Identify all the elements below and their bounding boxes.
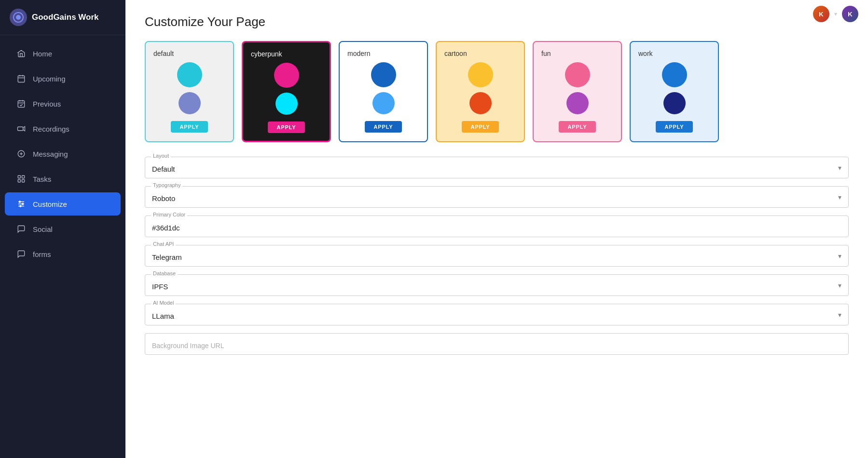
typography-select[interactable]: Roboto Open Sans Lato Montserrat (145, 187, 848, 207)
theme-cards-row: default APPLY cyberpunk APPLY modern APP… (145, 41, 849, 142)
typography-field-group: Typography Roboto Open Sans Lato Montser… (145, 186, 849, 208)
sidebar-nav: Home Upcoming Previous Recordings (0, 35, 125, 458)
layout-field-group: Layout Default Compact Wide ▾ (145, 157, 849, 178)
chat-api-label: Chat API (151, 241, 176, 247)
theme-fun-apply-button[interactable]: APPLY (559, 121, 595, 133)
previous-icon (16, 99, 26, 108)
theme-cartoon-apply-button[interactable]: APPLY (462, 121, 498, 133)
theme-default-apply-button[interactable]: APPLY (171, 121, 207, 133)
sidebar-item-recordings[interactable]: Recordings (5, 117, 121, 140)
svg-point-22 (22, 203, 24, 205)
layout-select[interactable]: Default Compact Wide (145, 157, 848, 178)
sidebar-header: GoodGains Work (0, 0, 125, 35)
svg-point-1 (16, 15, 21, 20)
layout-label: Layout (151, 153, 171, 159)
theme-work-apply-button[interactable]: APPLY (656, 121, 692, 133)
svg-point-23 (20, 205, 21, 207)
theme-modern-circle-primary (371, 62, 396, 87)
database-select[interactable]: IPFS Firebase Supabase MongoDB (145, 275, 848, 296)
chat-api-field-group: Chat API Telegram Discord Slack Matrix ▾ (145, 245, 849, 267)
avatar-primary[interactable]: K (813, 6, 829, 22)
avatar-secondary[interactable]: K (842, 6, 858, 22)
sidebar-item-tasks[interactable]: Tasks (5, 167, 121, 190)
sidebar-item-messaging[interactable]: Messaging (5, 142, 121, 165)
theme-fun-circle-primary (565, 62, 590, 87)
background-url-field-group (145, 333, 849, 355)
theme-fun-circle-secondary (566, 92, 589, 114)
theme-card-work[interactable]: work APPLY (630, 41, 719, 142)
svg-rect-10 (18, 127, 23, 131)
ai-model-select[interactable]: LLama GPT-4 Claude Mistral (145, 304, 848, 325)
header-right: K ▾ K (813, 6, 858, 22)
app-logo (10, 9, 27, 26)
sidebar-item-forms[interactable]: forms (5, 242, 121, 266)
theme-cyberpunk-circles (274, 63, 299, 115)
sidebar-item-tasks-label: Tasks (33, 175, 51, 183)
database-label: Database (151, 270, 178, 276)
theme-fun-circles (565, 62, 590, 114)
svg-rect-17 (22, 180, 25, 182)
theme-default-circle-primary (177, 62, 202, 87)
theme-card-default[interactable]: default APPLY (145, 41, 234, 142)
primary-color-input[interactable]: #36d1dc (145, 216, 848, 237)
theme-default-circle-secondary (179, 92, 201, 114)
customize-icon (16, 199, 26, 209)
social-icon (16, 224, 26, 234)
brand-name: GoodGains Work (32, 13, 99, 22)
sidebar-item-recordings-label: Recordings (33, 125, 69, 133)
sidebar-item-customize-label: Customize (33, 200, 67, 208)
theme-card-modern[interactable]: modern APPLY (339, 41, 428, 142)
theme-cartoon-circles (468, 62, 493, 114)
theme-modern-name: modern (347, 50, 370, 57)
theme-card-fun[interactable]: fun APPLY (533, 41, 622, 142)
svg-rect-16 (18, 180, 20, 182)
background-url-input[interactable] (145, 334, 848, 354)
sidebar-item-home[interactable]: Home (5, 42, 121, 65)
svg-point-21 (19, 201, 21, 202)
page-title: Customize Your Page (145, 14, 849, 29)
theme-work-circle-primary (662, 62, 687, 87)
recordings-icon (16, 124, 26, 134)
theme-work-circles (662, 62, 687, 114)
theme-modern-apply-button[interactable]: APPLY (365, 121, 401, 133)
header-dropdown-chevron-icon[interactable]: ▾ (834, 11, 837, 17)
sidebar: GoodGains Work Home Upcoming Previous (0, 0, 125, 458)
chat-api-select[interactable]: Telegram Discord Slack Matrix (145, 245, 848, 266)
theme-cartoon-circle-primary (468, 62, 493, 87)
sidebar-item-previous[interactable]: Previous (5, 92, 121, 115)
tasks-icon (16, 174, 26, 184)
svg-rect-15 (22, 175, 25, 178)
database-field-group: Database IPFS Firebase Supabase MongoDB … (145, 274, 849, 296)
sidebar-item-upcoming-label: Upcoming (33, 75, 66, 83)
theme-cyberpunk-circle-primary (274, 63, 299, 88)
sidebar-item-messaging-label: Messaging (33, 150, 68, 158)
upcoming-icon (16, 74, 26, 83)
sidebar-item-previous-label: Previous (33, 100, 61, 108)
svg-rect-6 (18, 101, 25, 108)
customize-form: Layout Default Compact Wide ▾ Typography… (145, 157, 849, 363)
theme-cyberpunk-circle-secondary (276, 93, 298, 115)
typography-label: Typography (151, 182, 182, 188)
theme-modern-circles (371, 62, 396, 114)
ai-model-label: AI Model (151, 300, 176, 306)
theme-default-circles (177, 62, 202, 114)
theme-work-circle-secondary (663, 92, 686, 114)
theme-cartoon-name: cartoon (444, 50, 467, 57)
sidebar-item-social-label: Social (33, 225, 53, 233)
forms-icon (16, 249, 26, 259)
svg-rect-14 (18, 175, 20, 178)
sidebar-item-social[interactable]: Social (5, 217, 121, 241)
svg-rect-2 (18, 76, 25, 82)
theme-default-name: default (153, 50, 174, 57)
home-icon (16, 49, 26, 58)
theme-fun-name: fun (541, 50, 551, 57)
sidebar-item-upcoming[interactable]: Upcoming (5, 67, 121, 90)
theme-work-name: work (638, 50, 653, 57)
theme-modern-circle-secondary (372, 92, 395, 114)
messaging-icon (16, 149, 26, 159)
sidebar-item-customize[interactable]: Customize (5, 192, 121, 216)
theme-cyberpunk-apply-button[interactable]: APPLY (268, 121, 304, 133)
theme-card-cyberpunk[interactable]: cyberpunk APPLY (242, 41, 331, 142)
theme-card-cartoon[interactable]: cartoon APPLY (436, 41, 525, 142)
avatar-secondary-initials: K (848, 11, 852, 18)
